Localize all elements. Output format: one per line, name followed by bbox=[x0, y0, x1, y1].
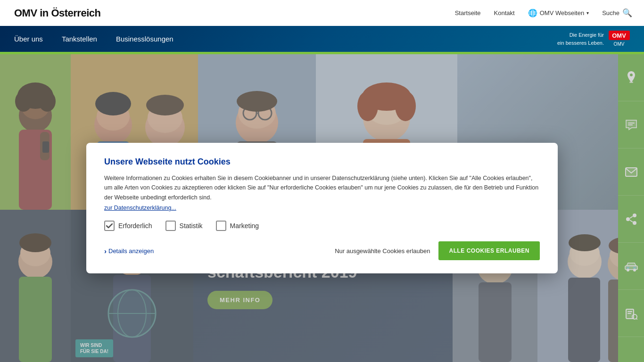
search-icon: 🔍 bbox=[622, 8, 632, 18]
startseite-link[interactable]: Startseite bbox=[455, 9, 481, 16]
details-anzeigen-link[interactable]: › Details anzeigen bbox=[104, 247, 154, 255]
search-button[interactable]: Suche 🔍 bbox=[602, 8, 632, 18]
only-required-cookies-button[interactable]: Nur ausgewählte Cookies erlauben bbox=[335, 247, 430, 255]
checkbox-erforderlich-box[interactable] bbox=[104, 221, 115, 231]
all-cookies-button[interactable]: ALLE COOKIES ERLAUBEN bbox=[438, 241, 540, 260]
nav-tankstellen[interactable]: Tankstellen bbox=[62, 35, 97, 43]
brand-tagline: Die Energie für ein besseres Leben. bbox=[557, 31, 604, 47]
omv-brand-logo: OMV OMV bbox=[609, 31, 630, 47]
cookie-title: Unsere Webseite nutzt Cookies bbox=[104, 157, 540, 167]
site-logo[interactable]: OMV in Österreich bbox=[14, 7, 100, 19]
checkbox-marketing-box[interactable] bbox=[216, 221, 226, 231]
svg-text:OMV: OMV bbox=[612, 32, 626, 39]
cookie-body: Weitere Informationen zu Cookies erhalte… bbox=[104, 173, 540, 203]
checkbox-statistik-label: Statistik bbox=[180, 222, 203, 230]
cookie-overlay: Unsere Webseite nutzt Cookies Weitere In… bbox=[0, 54, 644, 362]
checkbox-marketing-label: Marketing bbox=[230, 222, 259, 230]
nav-businessloesungen[interactable]: Businesslösungen bbox=[116, 35, 173, 43]
checkbox-erforderlich-label: Erforderlich bbox=[118, 222, 152, 230]
chevron-right-icon: › bbox=[104, 247, 107, 255]
omv-webseiten-dropdown[interactable]: 🌐 OMV Webseiten ▾ bbox=[528, 8, 589, 17]
checkbox-marketing[interactable]: Marketing bbox=[216, 221, 259, 231]
cookie-modal: Unsere Webseite nutzt Cookies Weitere In… bbox=[86, 143, 558, 274]
checkbox-statistik[interactable]: Statistik bbox=[165, 221, 203, 231]
svg-text:OMV: OMV bbox=[614, 41, 625, 47]
kontakt-link[interactable]: Kontakt bbox=[494, 9, 515, 16]
nav-ueber-uns[interactable]: Über uns bbox=[14, 35, 43, 43]
checkbox-statistik-box[interactable] bbox=[165, 221, 176, 231]
checkbox-erforderlich[interactable]: Erforderlich bbox=[104, 221, 152, 231]
globe-icon: 🌐 bbox=[528, 8, 537, 17]
chevron-down-icon: ▾ bbox=[586, 10, 589, 16]
privacy-link[interactable]: zur Datenschutzerklärung... bbox=[104, 205, 176, 211]
